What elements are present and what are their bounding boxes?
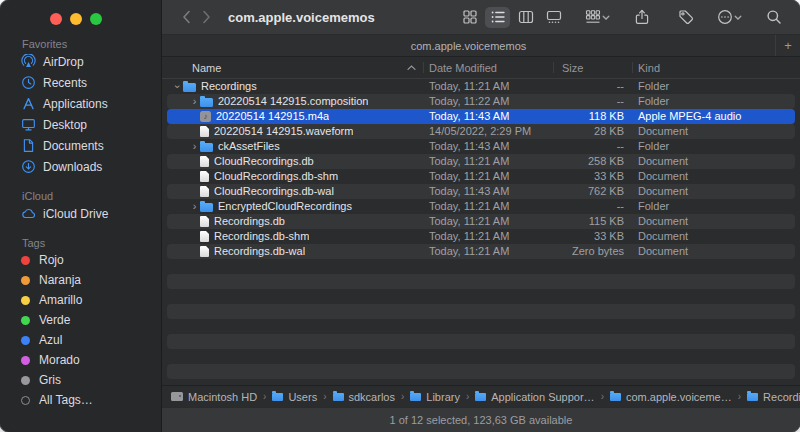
tag-label: Naranja [39,273,81,287]
column-header-name[interactable]: Name [192,57,221,79]
desktop-icon [20,117,36,133]
close-button[interactable] [50,13,62,25]
empty-row [162,349,800,364]
chevron-right-icon: › [738,391,741,402]
icon-view-button[interactable] [457,7,482,28]
tag-label: Azul [39,333,62,347]
tag-color-dot [21,376,30,385]
tag-label: Gris [39,373,61,387]
status-bar: 1 of 12 selected, 123,63 GB available [162,407,800,432]
table-row[interactable]: ›Recordings Today, 11:21 AM -- Folder [162,79,800,94]
sidebar-tag-rojo[interactable]: Rojo [0,250,161,270]
disclosure-collapsed-icon[interactable]: › [189,199,200,214]
breadcrumb[interactable]: Application Suppor… [475,391,594,403]
table-row[interactable]: CloudRecordings.db-wal Today, 11:43 AM 7… [162,184,800,199]
back-button[interactable] [176,6,196,28]
breadcrumb[interactable]: Library [410,391,460,403]
chevron-right-icon: › [323,391,326,402]
folder-icon [610,393,621,401]
drive-icon [171,392,183,401]
document-file-icon [200,186,209,197]
breadcrumb[interactable]: com.apple.voiceme… [610,391,732,403]
share-button[interactable] [629,7,654,28]
more-actions-button[interactable] [717,7,742,28]
group-by-button[interactable] [585,7,610,28]
sidebar-item-documents[interactable]: Documents [0,135,161,156]
document-file-icon [200,156,209,167]
document-file-icon [200,126,209,137]
chevron-right-icon: › [466,391,469,402]
folder-icon [183,83,196,92]
toolbar: com.apple.voicememos [162,0,800,34]
disclosure-collapsed-icon[interactable]: › [189,94,200,109]
column-header-kind[interactable]: Kind [638,57,660,79]
sidebar-tag-verde[interactable]: Verde [0,310,161,330]
sidebar-tag-naranja[interactable]: Naranja [0,270,161,290]
table-row[interactable]: Recordings.db Today, 11:21 AM 115 KB Doc… [162,214,800,229]
tag-color-dot [21,256,30,265]
column-view-button[interactable] [513,7,538,28]
table-row[interactable]: ›20220514 142915.composition Today, 11:2… [162,94,800,109]
table-row[interactable]: CloudRecordings.db-shm Today, 11:21 AM 3… [162,169,800,184]
document-file-icon [200,246,209,257]
sidebar-item-desktop[interactable]: Desktop [0,114,161,135]
tag-color-dot [21,316,30,325]
breadcrumb[interactable]: Macintosh HD [171,391,257,403]
gallery-view-button[interactable] [541,7,566,28]
table-row-selected[interactable]: ♪20220514 142915.m4a Today, 11:43 AM 118… [162,109,800,124]
sidebar-item-downloads[interactable]: Downloads [0,156,161,177]
audio-file-icon: ♪ [200,111,211,122]
sidebar-section-favorites: Favorites [0,38,161,51]
disclosure-expanded-icon[interactable]: › [172,79,183,94]
list-view-button[interactable] [485,7,510,28]
tag-color-dot [21,276,30,285]
table-row[interactable]: 20220514 142915.waveform 14/05/2022, 2:2… [162,124,800,139]
disclosure-collapsed-icon[interactable]: › [189,139,200,154]
sidebar-item-label: Desktop [43,118,87,132]
sidebar-item-label: AirDrop [43,55,84,69]
new-tab-button[interactable]: + [775,35,800,56]
breadcrumb[interactable]: Recordings [747,391,800,403]
tag-label: Amarillo [39,293,82,307]
sidebar-item-label: Downloads [43,160,102,174]
forward-button[interactable] [196,6,216,28]
tag-color-dot [21,296,30,305]
sidebar-item-label: Applications [43,97,108,111]
path-bar: Macintosh HD › Users › sdkcarlos › Libra… [162,385,800,407]
empty-row [162,289,800,304]
tab-active[interactable]: com.apple.voicememos [162,35,775,56]
clock-icon [20,75,36,91]
sidebar-tag-morado[interactable]: Morado [0,350,161,370]
sidebar-section-tags: Tags [0,237,161,250]
table-row[interactable]: ›EncryptedCloudRecordings Today, 11:21 A… [162,199,800,214]
column-header-date-modified[interactable]: Date Modified [429,57,497,79]
sidebar-item-icloud-drive[interactable]: iCloud Drive [0,203,161,224]
empty-row [162,379,800,385]
empty-row [162,304,800,319]
tags-button[interactable] [673,7,698,28]
column-header-size[interactable]: Size [562,57,583,79]
sidebar-tag-azul[interactable]: Azul [0,330,161,350]
table-row[interactable]: CloudRecordings.db Today, 11:21 AM 258 K… [162,154,800,169]
cloud-icon [20,206,36,222]
breadcrumb[interactable]: sdkcarlos [333,391,395,403]
tab-bar: com.apple.voicememos + [162,34,800,57]
sidebar-item-recents[interactable]: Recents [0,72,161,93]
main-area: com.apple.voicememos [162,0,800,432]
table-row[interactable]: Recordings.db-wal Today, 11:21 AM Zero b… [162,244,800,259]
tag-label: Rojo [39,253,64,267]
sidebar-tag-amarillo[interactable]: Amarillo [0,290,161,310]
table-row[interactable]: Recordings.db-shm Today, 11:21 AM 33 KB … [162,229,800,244]
status-text: 1 of 12 selected, 123,63 GB available [390,414,573,426]
sidebar-item-airdrop[interactable]: AirDrop [0,51,161,72]
list-column-header: Name Date Modified Size Kind [162,57,800,79]
search-button[interactable] [761,7,786,28]
breadcrumb[interactable]: Users [272,391,317,403]
table-row[interactable]: ›ckAssetFiles Today, 11:43 AM -- Folder [162,139,800,154]
sidebar-item-applications[interactable]: Applications [0,93,161,114]
sidebar-all-tags[interactable]: All Tags… [0,390,161,410]
sidebar-tag-gris[interactable]: Gris [0,370,161,390]
file-list: ›Recordings Today, 11:21 AM -- Folder ›2… [162,79,800,385]
minimize-button[interactable] [70,13,82,25]
zoom-button[interactable] [90,13,102,25]
